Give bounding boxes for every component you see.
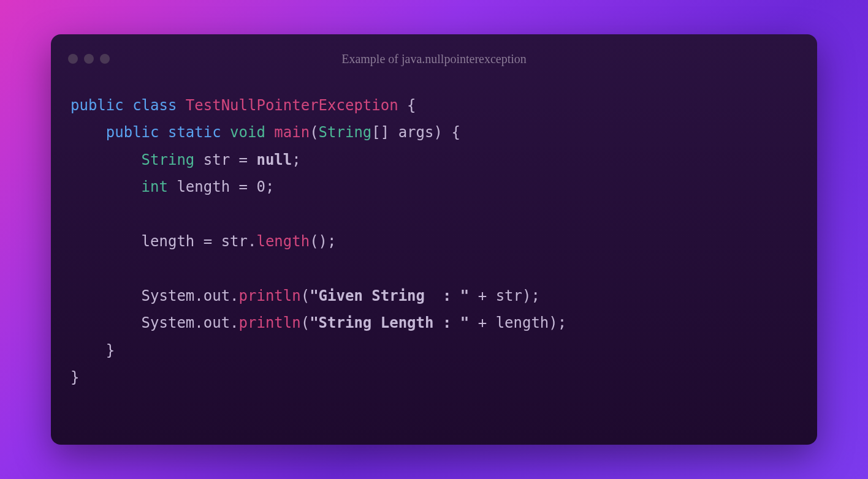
op-assign: = [239,178,248,195]
method-println: println [239,314,301,331]
paren-close: ) [522,287,531,304]
paren-open: ( [301,287,310,304]
num-zero: 0 [256,178,265,195]
type-int: int [142,178,168,195]
kw-public: public [106,124,159,141]
var-str: str [496,287,522,304]
brace-close: } [70,369,79,386]
semicolon: ; [327,233,336,250]
window-title: Example of java.nullpointerexception [341,52,527,66]
minimize-dot[interactable] [84,54,94,64]
field-out: out [204,314,230,331]
op-assign: = [239,151,248,168]
var-length: length [142,233,195,250]
close-dot[interactable] [68,54,78,64]
op-dot: . [230,314,238,331]
paren-close: ) [549,314,557,331]
semicolon: ; [292,151,300,168]
class-system: System [142,287,195,304]
field-out: out [204,287,230,304]
op-dot: . [248,233,256,250]
paren-open: ( [301,314,310,331]
class-name: TestNullPointerException [186,97,398,114]
brace-close: } [106,342,115,359]
code-block: public class TestNullPointerException { … [68,92,800,391]
parens: () [310,233,327,250]
op-dot: . [194,287,203,304]
brace-open: { [451,124,460,141]
string-literal: "Given String : " [310,287,469,304]
op-dot: . [230,287,238,304]
code-window: Example of java.nullpointerexception pub… [51,34,817,445]
param-args: args [398,124,434,141]
op-plus: + [478,287,487,304]
type-string: String [319,124,372,141]
kw-class: class [132,97,177,114]
kw-void: void [230,124,265,141]
semicolon: ; [531,287,539,304]
maximize-dot[interactable] [100,54,110,64]
brace-open: { [407,97,416,114]
var-length: length [177,178,230,195]
titlebar: Example of java.nullpointerexception [68,49,800,69]
type-string: String [142,151,195,168]
var-str: str [204,151,230,168]
window-controls [68,54,110,64]
paren-close: ) [433,124,442,141]
op-plus: + [478,314,487,331]
kw-null: null [256,151,292,168]
paren-open: ( [310,124,318,141]
semicolon: ; [265,178,274,195]
string-literal: "String Length : " [310,314,469,331]
var-str: str [221,233,248,250]
kw-static: static [168,124,221,141]
method-length: length [256,233,310,250]
op-assign: = [204,233,212,250]
brackets: [] [371,124,389,141]
op-dot: . [194,314,203,331]
class-system: System [142,314,195,331]
semicolon: ; [558,314,566,331]
kw-public: public [70,97,124,114]
method-main: main [274,124,310,141]
method-println: println [239,287,301,304]
var-length: length [496,314,549,331]
